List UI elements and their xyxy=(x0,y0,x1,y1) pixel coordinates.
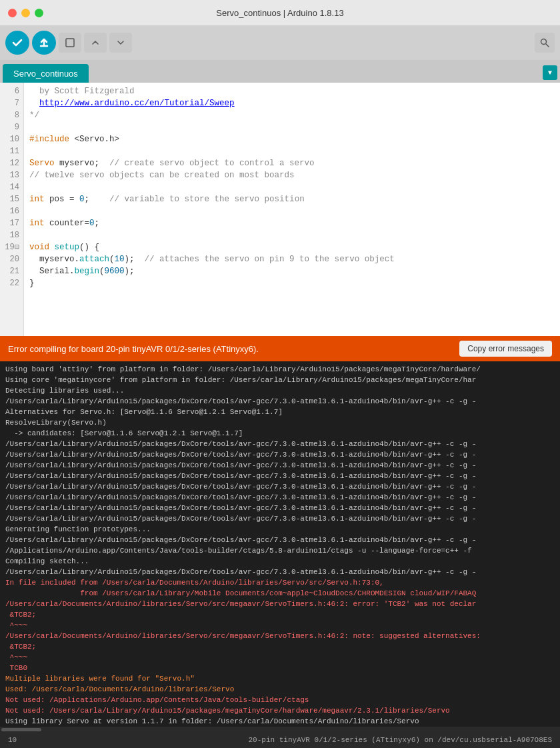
svg-line-4 xyxy=(546,44,549,47)
verify-icon xyxy=(11,37,23,49)
search-icon xyxy=(540,38,549,47)
console-output[interactable]: Using board 'attiny' from platform in fo… xyxy=(0,361,560,727)
new-icon xyxy=(65,37,75,48)
close-button[interactable] xyxy=(8,9,17,17)
active-tab[interactable]: Servo_continuos xyxy=(3,64,89,83)
copy-error-button[interactable]: Copy error messages xyxy=(459,341,552,357)
window-title: Servo_continuos | Arduino 1.8.13 xyxy=(216,8,343,18)
scrollbar-thumb[interactable] xyxy=(1,728,41,731)
titlebar: Servo_continuos | Arduino 1.8.13 xyxy=(0,0,560,25)
statusbar-board-info: 20-pin tinyAVR 0/1/2-series (ATtinyxy6) … xyxy=(249,736,552,744)
toolbar xyxy=(0,25,560,60)
error-bar: Error compiling for board 20-pin tinyAVR… xyxy=(0,336,560,361)
code-editor: 6 7 8 9 10 11 12 13 14 15 16 17 18 19⊟ 2… xyxy=(0,83,560,336)
save-icon xyxy=(115,37,126,48)
tab-label: Servo_continuos xyxy=(13,69,78,79)
statusbar-line-number: 10 xyxy=(8,736,17,744)
error-message: Error compiling for board 20-pin tinyAVR… xyxy=(8,344,259,354)
console-scrollbar[interactable] xyxy=(0,727,560,732)
code-text[interactable]: by Scott Fitzgerald http://www.arduino.c… xyxy=(24,83,560,336)
tab-dropdown-button[interactable]: ▼ xyxy=(543,65,557,80)
upload-button[interactable] xyxy=(32,31,56,55)
tabbar: Servo_continuos ▼ xyxy=(0,60,560,83)
save-button[interactable] xyxy=(109,33,132,53)
svg-point-3 xyxy=(541,39,547,45)
open-button[interactable] xyxy=(84,33,107,53)
upload-icon xyxy=(38,37,50,49)
maximize-button[interactable] xyxy=(35,9,43,17)
minimize-button[interactable] xyxy=(21,9,30,17)
new-button[interactable] xyxy=(59,33,81,53)
window-controls xyxy=(8,9,43,17)
line-numbers: 6 7 8 9 10 11 12 13 14 15 16 17 18 19⊟ 2… xyxy=(0,83,24,336)
search-button[interactable] xyxy=(535,33,555,53)
dropdown-icon: ▼ xyxy=(548,69,552,77)
open-icon xyxy=(90,37,101,48)
verify-button[interactable] xyxy=(5,31,29,55)
svg-rect-2 xyxy=(66,39,74,47)
statusbar: 10 20-pin tinyAVR 0/1/2-series (ATtinyxy… xyxy=(0,732,560,748)
